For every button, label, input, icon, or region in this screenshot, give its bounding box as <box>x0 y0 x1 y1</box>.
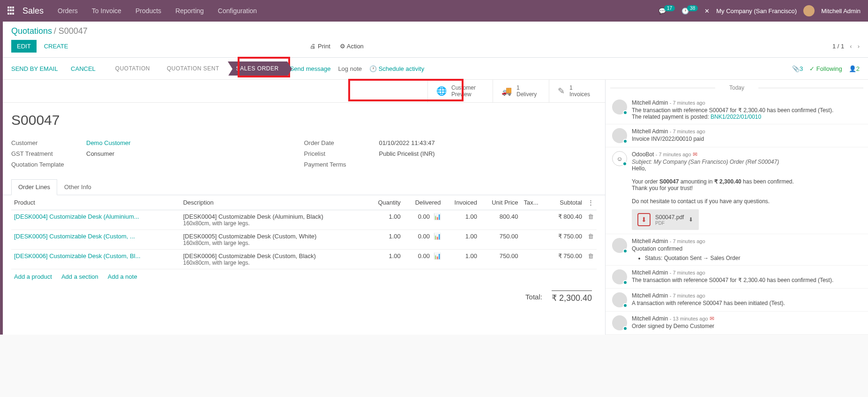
msg-author[interactable]: Mitchell Admin <box>632 238 668 244</box>
th-subtotal[interactable]: Subtotal <box>547 195 585 210</box>
msg-author[interactable]: OdooBot <box>632 151 654 158</box>
total-label: Total: <box>525 293 542 301</box>
print-button[interactable]: 🖨 Print <box>310 43 330 50</box>
trash-icon[interactable]: 🗑 <box>588 252 594 260</box>
th-invoiced[interactable]: Invoiced <box>444 195 480 210</box>
th-quantity[interactable]: Quantity <box>367 195 403 210</box>
table-row[interactable]: [DESK0006] Customizable Desk (Custom, Bl… <box>11 250 597 269</box>
th-description[interactable]: Description <box>180 195 367 210</box>
schedule-activity-button[interactable]: 🕐 Schedule activity <box>369 65 424 72</box>
avatar[interactable] <box>612 292 627 307</box>
th-taxes[interactable]: Tax... <box>521 195 547 210</box>
th-menu[interactable]: ⋮ <box>585 195 597 210</box>
field-label: GST Treatment <box>11 150 86 157</box>
pager-prev-icon[interactable]: ‹ <box>850 43 852 50</box>
chat-badge[interactable]: 💬17 <box>658 8 675 15</box>
avatar[interactable] <box>803 5 815 16</box>
trash-icon[interactable]: 🗑 <box>588 233 594 240</box>
company-selector[interactable]: My Company (San Francisco) <box>716 8 797 15</box>
user-name[interactable]: Mitchell Admin <box>821 8 861 15</box>
attachment[interactable]: ⬇S00047.pdfPDF⬇ <box>632 209 699 230</box>
pager-next-icon[interactable]: › <box>858 43 860 50</box>
breadcrumb-parent[interactable]: Quotations <box>11 26 52 36</box>
menu-to-invoice[interactable]: To Invoice <box>92 7 121 15</box>
menu-configuration[interactable]: Configuration <box>218 7 257 15</box>
msg-author[interactable]: Mitchell Admin <box>632 128 668 135</box>
stage-quotation[interactable]: QUOTATION <box>107 61 158 76</box>
order-name: S00047 <box>11 112 597 128</box>
msg-author[interactable]: Mitchell Admin <box>632 269 668 276</box>
chart-icon[interactable]: 📊 <box>434 233 441 240</box>
field-order-date: Order Date01/10/2022 11:43:47 <box>304 137 597 148</box>
th-delivered[interactable]: Delivered <box>404 195 444 210</box>
status-bar: SEND BY EMAIL CANCEL QUOTATION QUOTATION… <box>3 58 868 80</box>
action-button[interactable]: ⚙ Action <box>340 43 364 50</box>
followers-count[interactable]: 👤2 <box>849 65 860 72</box>
avatar[interactable] <box>612 315 627 330</box>
stat-customer-preview[interactable]: 🌐 Customer Preview <box>427 80 493 102</box>
tab-order-lines[interactable]: Order Lines <box>11 179 57 195</box>
avatar[interactable] <box>612 269 627 284</box>
stage-sales-order[interactable]: SALES ORDER <box>228 61 287 76</box>
add-note-link[interactable]: Add a note <box>108 273 137 280</box>
download-icon[interactable]: ⬇ <box>688 216 693 223</box>
chatter-message: Mitchell Admin - 7 minutes agoThe transa… <box>606 96 868 124</box>
field-value[interactable]: Demo Customer <box>86 139 131 146</box>
field-value: Public Pricelist (INR) <box>379 150 435 157</box>
th-unit-price[interactable]: Unit Price <box>480 195 521 210</box>
product-link[interactable]: [DESK0006] Customizable Desk (Custom, Bl… <box>14 252 141 260</box>
cell-invoiced: 1.00 <box>444 210 480 230</box>
attachment-summary[interactable]: 📎3 <box>792 65 803 72</box>
create-button[interactable]: CREATE <box>44 43 68 50</box>
cell-tax <box>521 210 547 230</box>
avatar[interactable] <box>612 238 627 253</box>
avatar[interactable]: ☺ <box>612 151 627 166</box>
stat-delivery[interactable]: 🚚 1Delivery <box>493 80 549 102</box>
chart-icon[interactable]: 📊 <box>434 213 441 220</box>
menu-products[interactable]: Products <box>135 7 161 15</box>
stat-invoices[interactable]: ✎ 1Invoices <box>549 80 605 102</box>
msg-author[interactable]: Mitchell Admin <box>632 315 668 322</box>
form-pane: 🌐 Customer Preview 🚚 1Delivery ✎ 1Invoic… <box>3 80 606 335</box>
th-product[interactable]: Product <box>11 195 180 210</box>
avatar[interactable] <box>612 128 627 143</box>
chart-icon[interactable]: 📊 <box>434 252 441 260</box>
payment-link[interactable]: BNK1/2022/01/0010 <box>711 114 761 120</box>
paperclip-icon: 📎 <box>792 65 800 72</box>
app-brand[interactable]: Sales <box>22 6 44 16</box>
avatar[interactable] <box>612 99 627 115</box>
cell-invoiced: 1.00 <box>444 230 480 250</box>
product-link[interactable]: [DESK0005] Customizable Desk (Custom, ..… <box>14 233 135 240</box>
log-note-button[interactable]: Log note <box>338 65 362 72</box>
add-product-link[interactable]: Add a product <box>14 273 52 280</box>
attach-count: 3 <box>800 65 803 72</box>
cancel-button[interactable]: CANCEL <box>71 65 96 72</box>
edit-button[interactable]: EDIT <box>11 40 37 53</box>
msg-author[interactable]: Mitchell Admin <box>632 292 668 299</box>
add-section-link[interactable]: Add a section <box>61 273 98 280</box>
chatter-message: ☺OdooBot - 7 minutes ago ✉Subject: My Co… <box>606 147 868 234</box>
stage-quotation-sent[interactable]: QUOTATION SENT <box>158 61 228 76</box>
apps-icon[interactable] <box>7 7 16 15</box>
activity-badge[interactable]: 🕐38 <box>681 8 698 15</box>
total-row: Total: ₹ 2,300.40 <box>3 284 605 313</box>
send-message-button[interactable]: Send message <box>290 65 331 72</box>
menu-orders[interactable]: Orders <box>58 7 78 15</box>
globe-icon: 🌐 <box>436 86 447 96</box>
table-row[interactable]: [DESK0005] Customizable Desk (Custom, ..… <box>11 230 597 250</box>
following-toggle[interactable]: ✓ Following <box>809 65 842 72</box>
trash-icon[interactable]: 🗑 <box>588 213 594 220</box>
table-row[interactable]: [DESK0004] Customizable Desk (Aluminium.… <box>11 210 597 230</box>
field-gst: GST TreatmentConsumer <box>11 148 304 159</box>
print-label: Print <box>318 43 330 50</box>
close-icon[interactable]: ✕ <box>704 8 710 15</box>
product-link[interactable]: [DESK0004] Customizable Desk (Aluminium.… <box>14 213 139 220</box>
tab-other-info[interactable]: Other Info <box>57 179 98 195</box>
msg-time: - 13 minutes ago <box>670 316 708 321</box>
chatter-message: Mitchell Admin - 7 minutes agoThe transa… <box>606 266 868 289</box>
menu-reporting[interactable]: Reporting <box>175 7 204 15</box>
msg-author[interactable]: Mitchell Admin <box>632 99 668 106</box>
send-email-button[interactable]: SEND BY EMAIL <box>11 65 58 72</box>
field-template: Quotation Template <box>11 159 304 170</box>
cell-subtotal: ₹ 750.00 <box>547 250 585 269</box>
